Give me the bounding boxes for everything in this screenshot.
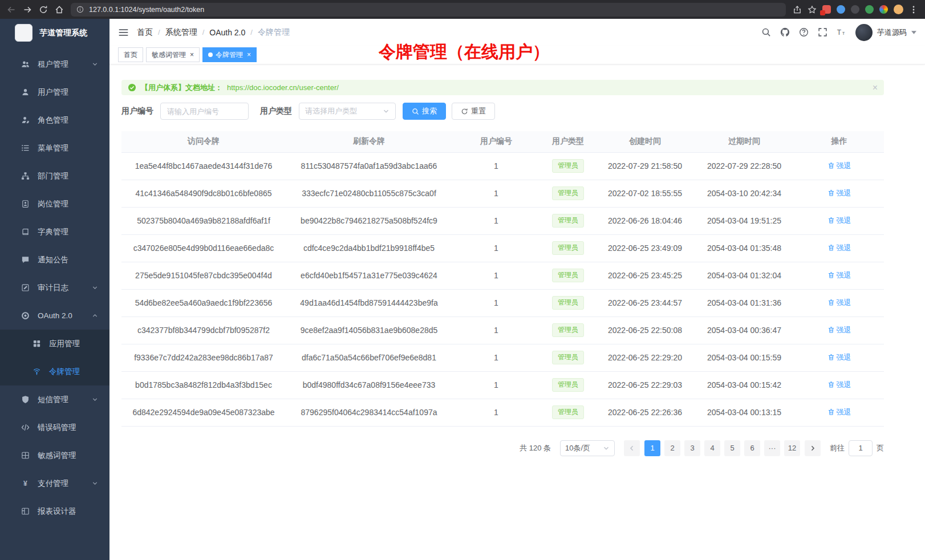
tab-close-icon[interactable]: × xyxy=(190,51,194,58)
extensions-pinwheel-icon[interactable] xyxy=(879,5,888,14)
bookmark-star-icon[interactable] xyxy=(808,5,817,14)
force-logout-button[interactable]: 强退 xyxy=(827,407,851,417)
browser-url-bar[interactable]: 127.0.0.1:1024/system/oauth2/token xyxy=(71,3,786,17)
caret-down-icon xyxy=(911,31,916,34)
sidebar-item-oauth2[interactable]: OAuth 2.0 xyxy=(0,302,109,330)
help-icon[interactable] xyxy=(799,27,809,37)
sidebar-item-role[interactable]: 角色管理 xyxy=(0,106,109,134)
breadcrumb-item[interactable]: 系统管理 xyxy=(165,27,197,38)
site-info-icon[interactable] xyxy=(76,6,84,13)
tab-label: 首页 xyxy=(124,50,137,60)
table-row: c342377bf8b344799dcbf7bf095287f29ce8ef2a… xyxy=(121,316,884,344)
force-logout-button[interactable]: 强退 xyxy=(827,270,851,281)
expire-time-cell: 2054-03-10 20:42:34 xyxy=(694,180,794,207)
avatar xyxy=(855,24,873,41)
force-logout-label: 强退 xyxy=(837,380,851,390)
extension-icon[interactable] xyxy=(851,5,859,14)
user-id-input[interactable] xyxy=(160,103,249,120)
sidebar-item-oauth2-token[interactable]: 令牌管理 xyxy=(0,358,109,385)
sidebar-item-audit-log[interactable]: 审计日志 xyxy=(0,274,109,302)
pagination-page-5[interactable]: 5 xyxy=(724,440,740,456)
doc-link[interactable]: https://doc.iocoder.cn/user-center/ xyxy=(227,83,339,92)
force-logout-button[interactable]: 强退 xyxy=(827,352,851,363)
sidebar-item-menu[interactable]: 菜单管理 xyxy=(0,134,109,162)
sidebar-item-dict[interactable]: 字典管理 xyxy=(0,218,109,246)
tab-home[interactable]: 首页 xyxy=(118,47,143,62)
browser-home-icon[interactable] xyxy=(55,5,64,14)
sidebar-item-sms[interactable]: 短信管理 xyxy=(0,385,109,413)
pagination-page-6[interactable]: 6 xyxy=(744,440,760,456)
pagination-page-2[interactable]: 2 xyxy=(664,440,680,456)
reset-button[interactable]: 重置 xyxy=(452,103,495,120)
pagination-ellipsis[interactable]: ··· xyxy=(764,440,780,456)
tab-sensitive-word[interactable]: 敏感词管理× xyxy=(146,47,200,62)
tab-token[interactable]: 令牌管理× xyxy=(202,47,257,62)
refresh-token-cell: b0df4980ffd34c67a08f9156e4eee733 xyxy=(286,371,452,399)
pagination-page-4[interactable]: 4 xyxy=(704,440,720,456)
alert-close-icon[interactable]: × xyxy=(873,83,878,92)
search-icon[interactable] xyxy=(761,27,771,37)
pagination-page-1[interactable]: 1 xyxy=(644,440,660,456)
notice-icon xyxy=(21,255,30,264)
extension-icon[interactable] xyxy=(822,5,831,14)
share-icon[interactable] xyxy=(793,5,802,14)
page-size-value: 10条/页 xyxy=(565,443,590,453)
user-dropdown[interactable]: 芋道源码 xyxy=(855,24,916,41)
force-logout-button[interactable]: 强退 xyxy=(827,380,851,390)
force-logout-button[interactable]: 强退 xyxy=(827,243,851,253)
collapse-menu-icon[interactable] xyxy=(118,28,129,37)
goto-page-input[interactable] xyxy=(849,440,873,456)
browser-menu-icon[interactable] xyxy=(909,5,918,14)
sidebar-item-report-designer[interactable]: 报表设计器 xyxy=(0,497,109,525)
reset-button-label: 重置 xyxy=(471,106,486,116)
extension-icon[interactable] xyxy=(865,5,874,14)
browser-profile-avatar[interactable] xyxy=(894,5,903,14)
refresh-token-cell: 49d1aa46d1454fbd87591444423be9fa xyxy=(286,289,452,316)
audit-log-icon xyxy=(21,283,30,292)
sidebar-item-sensitive-word[interactable]: 敏感词管理 xyxy=(0,441,109,469)
active-tab-dot xyxy=(208,52,213,57)
force-logout-button[interactable]: 强退 xyxy=(827,298,851,308)
sidebar-item-pay[interactable]: ¥支付管理 xyxy=(0,469,109,497)
force-logout-button[interactable]: 强退 xyxy=(827,325,851,335)
pagination-next-button[interactable] xyxy=(805,440,821,456)
extension-icon[interactable] xyxy=(837,5,845,14)
sidebar-item-tenant[interactable]: 租户管理 xyxy=(0,50,109,78)
breadcrumb-item[interactable]: OAuth 2.0 xyxy=(209,28,245,37)
chevron-right-icon xyxy=(809,445,816,452)
access-token-cell: 502375b8040a469a9b82188afdf6af1f xyxy=(121,207,286,234)
breadcrumb-item[interactable]: 首页 xyxy=(137,27,153,38)
page-size-select[interactable]: 10条/页 xyxy=(560,440,615,456)
search-button[interactable]: 搜索 xyxy=(403,103,446,120)
sidebar-item-error-code[interactable]: 错误码管理 xyxy=(0,413,109,441)
pagination-page-3[interactable]: 3 xyxy=(684,440,700,456)
pagination-prev-button[interactable] xyxy=(624,440,640,456)
sidebar-item-dept[interactable]: 部门管理 xyxy=(0,162,109,190)
doc-alert: 【用户体系】文档地址： https://doc.iocoder.cn/user-… xyxy=(121,80,884,95)
pagination-page-12[interactable]: 12 xyxy=(784,440,800,456)
user-type-select[interactable]: 请选择用户类型 xyxy=(299,103,396,120)
sidebar-item-post[interactable]: 岗位管理 xyxy=(0,190,109,218)
sidebar-item-label: 应用管理 xyxy=(49,339,80,349)
browser-forward-icon[interactable] xyxy=(23,5,32,14)
table-row: 1ea5e44f8bc1467aaede43144f31de76811c5304… xyxy=(121,152,884,180)
sidebar-item-user[interactable]: 用户管理 xyxy=(0,78,109,106)
font-size-icon[interactable]: TT xyxy=(837,27,846,37)
search-button-label: 搜索 xyxy=(422,106,437,116)
app-grid-icon xyxy=(33,339,41,348)
github-icon[interactable] xyxy=(780,27,790,37)
fullscreen-icon[interactable] xyxy=(818,27,827,37)
create-time-cell: 2022-06-25 23:45:25 xyxy=(596,262,694,289)
svg-text:T: T xyxy=(842,31,845,36)
force-logout-button[interactable]: 强退 xyxy=(827,216,851,226)
browser-back-icon[interactable] xyxy=(7,5,16,14)
sidebar-item-notice[interactable]: 通知公告 xyxy=(0,246,109,274)
sidebar-menu: 租户管理用户管理角色管理菜单管理部门管理岗位管理字典管理通知公告审计日志OAut… xyxy=(0,47,109,525)
force-logout-button[interactable]: 强退 xyxy=(827,161,851,171)
force-logout-button[interactable]: 强退 xyxy=(827,188,851,198)
tab-close-icon[interactable]: × xyxy=(247,51,251,58)
sidebar-item-oauth2-application[interactable]: 应用管理 xyxy=(0,330,109,358)
browser-reload-icon[interactable] xyxy=(39,5,48,14)
user-type-tag: 管理员 xyxy=(552,296,584,310)
force-logout-label: 强退 xyxy=(837,216,851,226)
